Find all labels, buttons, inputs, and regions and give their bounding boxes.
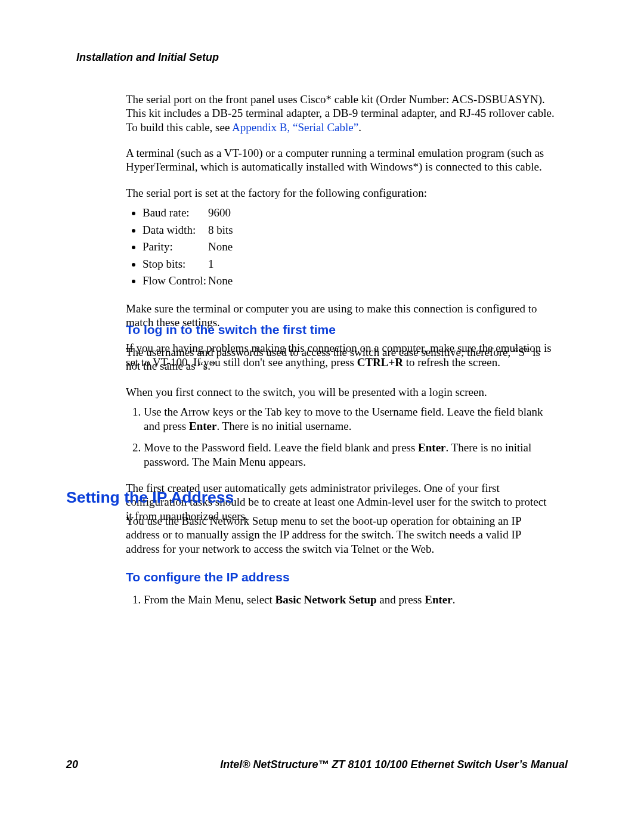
list-item: Use the Arrow keys or the Tab key to mov…	[144, 405, 555, 433]
config-key: Data width:	[143, 222, 208, 239]
config-key: Flow Control:	[143, 272, 208, 290]
list-item: Stop bits:1	[143, 256, 555, 273]
config-list: Baud rate:9600 Data width:8 bits Parity:…	[126, 205, 555, 290]
paragraph: The serial port on the front panel uses …	[126, 92, 555, 134]
list-item: Flow Control:None	[143, 272, 555, 290]
text: Move to the Password field. Leave the fi…	[144, 441, 418, 454]
list-item: Move to the Password field. Leave the fi…	[144, 441, 555, 469]
list-item: Baud rate:9600	[143, 205, 555, 222]
config-value: 1	[208, 258, 214, 270]
config-value: None	[208, 240, 233, 253]
page-number: 20	[66, 758, 78, 771]
config-value: None	[208, 274, 233, 287]
text: .	[358, 121, 361, 134]
text: .	[453, 593, 456, 606]
running-header: Installation and Initial Setup	[76, 51, 219, 64]
config-key: Stop bits:	[143, 256, 208, 273]
paragraph: When you first connect to the switch, yo…	[126, 385, 555, 399]
config-value: 8 bits	[208, 224, 233, 236]
page-footer: 20 Intel® NetStructure™ ZT 8101 10/100 E…	[66, 758, 568, 771]
ip-steps: From the Main Menu, select Basic Network…	[126, 593, 555, 607]
bold-key: Basic Network Setup	[275, 593, 377, 606]
paragraph: The usernames and passwords used to acce…	[126, 345, 555, 373]
list-item: From the Main Menu, select Basic Network…	[144, 593, 555, 607]
bold-key: Enter	[418, 441, 445, 454]
bold-key: Enter	[425, 593, 452, 606]
list-item: Data width:8 bits	[143, 222, 555, 239]
footer-title: Intel® NetStructure™ ZT 8101 10/100 Ethe…	[220, 758, 568, 771]
paragraph: You use the Basic Network Setup menu to …	[126, 514, 555, 556]
section-heading-login: To log in to the switch the first time	[126, 323, 555, 337]
config-value: 9600	[208, 206, 231, 219]
appendix-link[interactable]: Appendix B, “Serial Cable”	[232, 121, 358, 134]
paragraph: The serial port is set at the factory fo…	[126, 186, 555, 200]
text: From the Main Menu, select	[144, 593, 275, 606]
section-heading-ip: Setting the IP Address	[66, 488, 234, 507]
bold-key: Enter	[189, 420, 216, 432]
config-key: Parity:	[143, 239, 208, 256]
text: and press	[377, 593, 425, 606]
text: . There is no initial username.	[216, 420, 351, 432]
paragraph: A terminal (such as a VT-100) or a compu…	[126, 146, 555, 174]
list-item: Parity:None	[143, 239, 555, 256]
config-key: Baud rate:	[143, 205, 208, 222]
section-heading-configure-ip: To configure the IP address	[126, 570, 555, 584]
login-steps: Use the Arrow keys or the Tab key to mov…	[126, 405, 555, 469]
